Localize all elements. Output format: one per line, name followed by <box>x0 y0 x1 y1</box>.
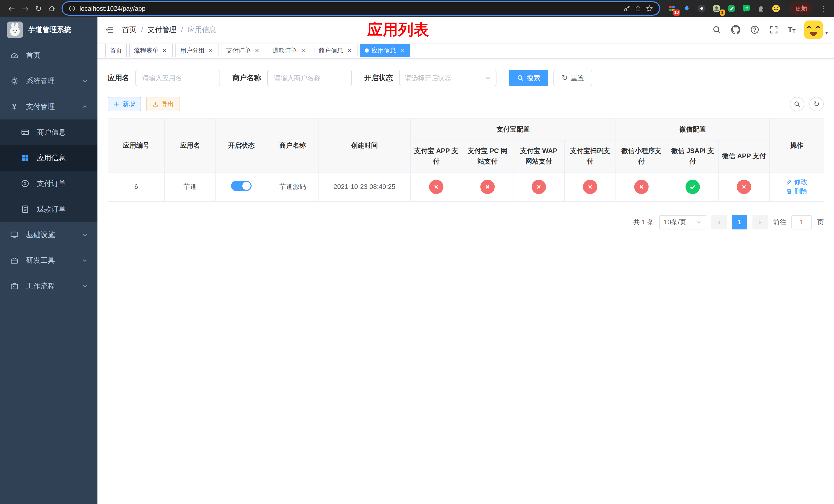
sidebar-item-payment[interactable]: ¥ 支付管理 <box>0 94 97 119</box>
tab-label: 首页 <box>110 46 122 54</box>
browser-menu-button[interactable]: ⋮ <box>818 4 829 13</box>
sidebar-item-pay-order[interactable]: 支付订单 <box>0 171 97 197</box>
extension-drop-icon[interactable] <box>682 4 692 13</box>
current-page-button[interactable]: 1 <box>732 215 747 229</box>
extension-badge: 10 <box>673 9 680 16</box>
user-avatar[interactable] <box>804 21 823 39</box>
browser-reload-button[interactable]: ↻ <box>32 2 45 15</box>
tab-close-icon[interactable] <box>398 47 406 54</box>
app-name-input[interactable] <box>135 70 220 86</box>
tab-flow-form[interactable]: 流程表单 <box>129 44 173 57</box>
help-icon[interactable] <box>750 25 760 35</box>
tab-refund-order[interactable]: 退款订单 <box>268 44 311 57</box>
toggle-search-button[interactable] <box>790 97 804 111</box>
address-bar[interactable]: localhost:1024/pay/app <box>63 2 659 15</box>
sidebar-item-app-info[interactable]: 应用信息 <box>0 145 97 171</box>
prev-page-button[interactable]: ‹ <box>711 215 727 229</box>
main-area: 首页 / 支付管理 / 应用信息 应用列表 <box>97 17 834 504</box>
merchant-name-label: 商户名称 <box>232 73 261 83</box>
top-navbar: 首页 / 支付管理 / 应用信息 应用列表 <box>97 17 834 43</box>
filter-search: 搜索 <box>509 70 548 86</box>
tab-app-info[interactable]: 应用信息 <box>360 44 410 57</box>
extension-chat-icon[interactable] <box>742 4 751 13</box>
next-page-button[interactable]: › <box>752 215 768 229</box>
sidebar-item-system[interactable]: 系统管理 <box>0 68 97 94</box>
extension-puzzle-icon[interactable] <box>756 4 766 13</box>
extension-avatar-icon[interactable]: 1 <box>712 4 721 13</box>
sidebar-item-home[interactable]: 首页 <box>0 43 97 68</box>
search-icon <box>794 101 800 108</box>
sidebar-item-infrastructure[interactable]: 基础设施 <box>0 222 97 248</box>
github-icon[interactable] <box>731 25 741 35</box>
sidebar-toggle-button[interactable] <box>97 17 122 43</box>
breadcrumb: 首页 / 支付管理 / 应用信息 <box>122 25 216 35</box>
refresh-table-button[interactable]: ↻ <box>809 97 824 111</box>
merchant-name-input[interactable] <box>267 70 352 86</box>
cell-alipay-app <box>411 172 462 202</box>
font-size-icon[interactable]: TT <box>788 26 795 33</box>
cell-alipay-qr <box>565 172 616 202</box>
tab-close-icon[interactable] <box>300 47 307 54</box>
col-created-at: 创建时间 <box>318 119 411 172</box>
caret-down-icon[interactable]: ▾ <box>825 30 828 36</box>
site-info-icon[interactable] <box>69 5 75 12</box>
tab-user-group[interactable]: 用户分组 <box>175 44 219 57</box>
url-text: localhost:1024/pay/app <box>80 5 146 12</box>
status-select[interactable]: 请选择开启状态 <box>399 70 497 86</box>
sidebar-item-dev-tools[interactable]: 研发工具 <box>0 248 97 273</box>
share-icon[interactable] <box>635 5 642 12</box>
tab-close-icon[interactable] <box>346 47 353 54</box>
refresh-icon: ↻ <box>813 100 819 108</box>
tab-merchant-info[interactable]: 商户信息 <box>314 44 357 57</box>
edit-link[interactable]: 修改 <box>786 177 808 186</box>
status-cross-icon <box>583 180 597 194</box>
breadcrumb-home[interactable]: 首页 <box>122 25 136 35</box>
add-button[interactable]: 新增 <box>108 97 141 111</box>
export-button[interactable]: 导出 <box>146 97 180 111</box>
chevron-down-icon <box>485 75 491 81</box>
col-alipay-pc: 支付宝 PC 网站支付 <box>462 140 513 172</box>
sidebar-item-workflow[interactable]: 工作流程 <box>0 273 97 299</box>
extension-grid-icon[interactable]: 10 <box>667 4 677 13</box>
goto-page-input[interactable] <box>791 215 812 229</box>
extension-dark-circle-icon[interactable] <box>697 4 706 13</box>
fullscreen-icon[interactable] <box>769 25 779 35</box>
cell-alipay-pc <box>462 172 513 202</box>
col-group-alipay: 支付宝配置 <box>411 119 616 140</box>
tab-close-icon[interactable] <box>207 47 214 54</box>
filter-reset: ↻ 重置 <box>553 70 592 86</box>
breadcrumb-payment[interactable]: 支付管理 <box>148 25 176 35</box>
search-button[interactable]: 搜索 <box>509 70 548 86</box>
tab-close-icon[interactable] <box>161 47 168 54</box>
password-key-icon[interactable] <box>623 5 630 12</box>
tab-pay-order[interactable]: 支付订单 <box>222 44 265 57</box>
browser-update-button[interactable]: 更新 <box>789 2 813 15</box>
col-app-name: 应用名 <box>164 119 216 172</box>
search-icon[interactable] <box>712 25 722 35</box>
sidebar-item-merchant-info[interactable]: 商户信息 <box>0 119 97 145</box>
browser-home-button[interactable] <box>45 2 59 15</box>
browser-back-button[interactable]: ← <box>5 2 19 15</box>
goto-suffix: 页 <box>817 217 824 227</box>
page-size-select[interactable]: 10条/页 <box>659 215 706 229</box>
bookmark-star-icon[interactable] <box>646 5 653 12</box>
plus-icon <box>114 101 119 107</box>
extension-check-icon[interactable] <box>727 4 736 13</box>
status-toggle[interactable] <box>231 181 251 191</box>
delete-link[interactable]: 删除 <box>786 187 808 196</box>
tab-label: 支付订单 <box>226 46 251 54</box>
cell-status <box>216 172 267 202</box>
extension-emoji-icon[interactable] <box>771 4 781 13</box>
col-actions: 操作 <box>770 119 824 172</box>
reset-button[interactable]: ↻ 重置 <box>553 70 592 86</box>
bank-card-icon <box>21 128 30 136</box>
browser-forward-button[interactable]: → <box>19 2 32 15</box>
app-name-label: 应用名 <box>108 73 129 83</box>
sidebar-logo[interactable]: 芋道管理系统 <box>0 17 97 43</box>
tab-label: 商户信息 <box>319 46 343 54</box>
breadcrumb-separator: / <box>141 26 143 34</box>
tab-home[interactable]: 首页 <box>105 44 127 57</box>
chevron-down-icon <box>82 258 88 263</box>
sidebar-item-refund-order[interactable]: 退款订单 <box>0 197 97 222</box>
tab-close-icon[interactable] <box>254 47 261 54</box>
